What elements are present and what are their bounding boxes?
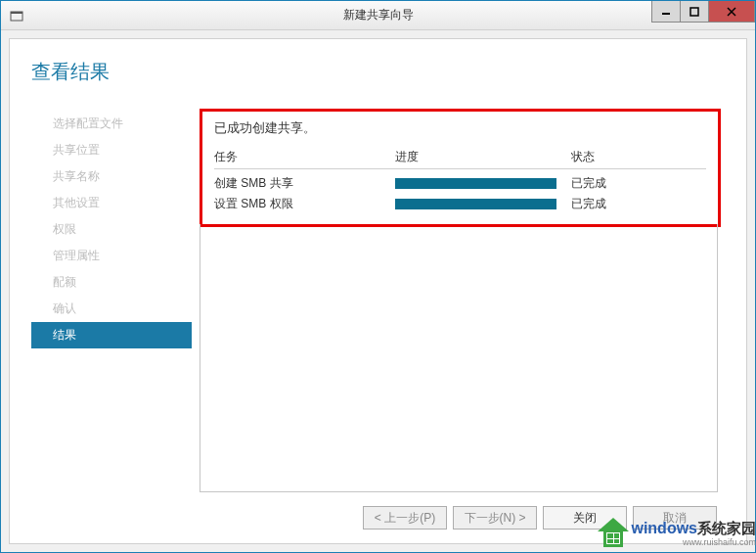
- task-progress: [395, 199, 571, 209]
- window-controls: [652, 1, 755, 23]
- sidebar-item-quota: 配额: [31, 269, 192, 296]
- watermark: windows系统家园 www.ruishaifu.com: [594, 514, 756, 553]
- brand-name: windows系统家园: [631, 521, 756, 536]
- brand-text: windows系统家园 www.ruishaifu.com: [631, 521, 756, 547]
- task-name: 设置 SMB 权限: [214, 196, 395, 212]
- titlebar: 新建共享向导: [1, 1, 755, 30]
- progress-bar: [395, 199, 556, 209]
- house-icon: [594, 514, 633, 553]
- page-title: 查看结果: [31, 59, 725, 85]
- col-header-task: 任务: [214, 149, 395, 165]
- window-title: 新建共享向导: [343, 7, 414, 23]
- brand-cn: 系统家园: [697, 520, 756, 536]
- minimize-button[interactable]: [651, 1, 681, 23]
- task-progress: [395, 178, 571, 189]
- content-area: 查看结果 选择配置文件 共享位置 共享名称 其他设置 权限 管理属性 配额 确认…: [9, 38, 747, 544]
- close-button[interactable]: [708, 1, 755, 23]
- table-row: 创建 SMB 共享 已完成: [214, 173, 706, 194]
- table-header: 任务 进度 状态: [214, 149, 706, 169]
- result-highlight: 已成功创建共享。 任务 进度 状态 创建 SMB 共享 已完成: [200, 109, 721, 227]
- maximize-button[interactable]: [680, 1, 709, 23]
- brand-en: windows: [631, 520, 697, 536]
- task-name: 创建 SMB 共享: [214, 175, 395, 192]
- sidebar-item-confirm: 确认: [31, 296, 192, 322]
- svg-rect-3: [690, 8, 698, 16]
- sidebar-item-share-location: 共享位置: [31, 137, 192, 163]
- progress-bar: [395, 178, 556, 189]
- col-header-status: 状态: [571, 149, 706, 165]
- prev-button: < 上一步(P): [363, 506, 447, 530]
- results-container: [200, 224, 718, 492]
- task-table: 任务 进度 状态 创建 SMB 共享 已完成 设置 SMB 权限 已: [214, 149, 706, 214]
- sidebar-item-mgmt-props: 管理属性: [31, 243, 192, 269]
- table-row: 设置 SMB 权限 已完成: [214, 194, 706, 214]
- task-status: 已完成: [571, 196, 706, 212]
- svg-rect-1: [11, 12, 22, 14]
- sidebar-item-permissions: 权限: [31, 216, 192, 243]
- task-status: 已完成: [571, 175, 706, 192]
- sidebar-item-select-profile: 选择配置文件: [31, 111, 192, 137]
- wizard-window: 新建共享向导 查看结果 选择配置文件 共享位置 共享名称 其他设置 权限 管理属…: [0, 0, 756, 553]
- next-button: 下一步(N) >: [453, 506, 537, 530]
- sidebar-item-other-settings: 其他设置: [31, 190, 192, 216]
- brand-url: www.ruishaifu.com: [631, 537, 756, 547]
- wizard-sidebar: 选择配置文件 共享位置 共享名称 其他设置 权限 管理属性 配额 确认 结果: [31, 109, 192, 492]
- status-message: 已成功创建共享。: [214, 119, 706, 137]
- col-header-progress: 进度: [395, 149, 571, 165]
- app-icon: [7, 6, 26, 25]
- body-row: 选择配置文件 共享位置 共享名称 其他设置 权限 管理属性 配额 确认 结果 已…: [31, 109, 725, 492]
- main-panel: 已成功创建共享。 任务 进度 状态 创建 SMB 共享 已完成: [200, 109, 725, 492]
- sidebar-item-results: 结果: [31, 322, 192, 348]
- sidebar-item-share-name: 共享名称: [31, 163, 192, 190]
